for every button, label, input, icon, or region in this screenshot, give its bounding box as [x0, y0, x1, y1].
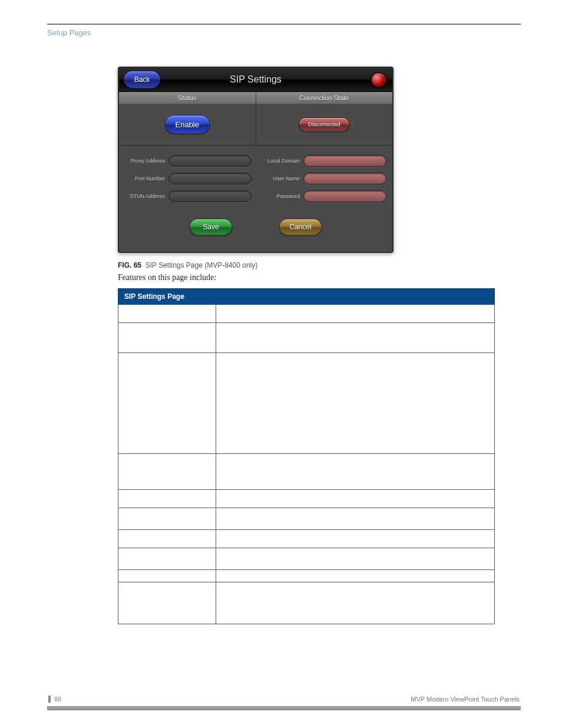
- password-label: Password: [260, 193, 300, 199]
- port-number-label: Port Number: [125, 176, 165, 182]
- table-cell: [118, 353, 216, 454]
- local-domain-label: Local Domain: [260, 158, 300, 164]
- table-cell: [216, 570, 495, 582]
- connection-state-header: Connection State: [256, 92, 393, 104]
- page-number: 88: [48, 696, 61, 703]
- panel-title: SIP Settings: [230, 74, 282, 85]
- local-domain-input[interactable]: [303, 155, 386, 167]
- table-cell: [216, 353, 495, 454]
- port-number-input[interactable]: [168, 173, 252, 185]
- status-header: Status: [119, 92, 256, 104]
- save-button[interactable]: Save: [190, 219, 232, 235]
- table-cell: [216, 490, 495, 508]
- figure-number: FIG. 65: [118, 261, 141, 269]
- table-cell: [118, 305, 216, 323]
- table-cell: [118, 548, 216, 570]
- proxy-address-label: Proxy Address: [125, 158, 165, 164]
- proxy-address-input[interactable]: [168, 155, 252, 167]
- table-cell: [216, 305, 495, 323]
- enable-button[interactable]: Enable: [165, 115, 210, 134]
- table-cell: [216, 508, 495, 530]
- table-cell: [118, 570, 216, 582]
- table-cell: [118, 530, 216, 548]
- features-table: SIP Settings Page: [118, 288, 495, 624]
- stun-address-input[interactable]: [168, 190, 252, 202]
- table-cell: [216, 548, 495, 570]
- connection-state-indicator: Disconnected: [299, 117, 349, 131]
- figure-caption-text: SIP Settings Page (MVP-8400 only): [146, 261, 258, 269]
- table-cell: [216, 582, 495, 624]
- user-name-label: User Name: [260, 176, 300, 182]
- sip-settings-panel: Back SIP Settings Status Connection Stat…: [118, 67, 394, 253]
- features-intro: Features on this page include:: [118, 273, 521, 282]
- document-title: MVP Modero ViewPoint Touch Panels: [411, 696, 520, 703]
- status-led-icon: [371, 73, 386, 88]
- user-name-input[interactable]: [303, 173, 386, 185]
- password-input[interactable]: [303, 190, 386, 202]
- back-button[interactable]: Back: [124, 71, 160, 88]
- table-cell: [118, 582, 216, 624]
- table-cell: [216, 323, 495, 353]
- table-cell: [118, 490, 216, 508]
- section-header: Setup Pages: [47, 28, 521, 37]
- titlebar: Back SIP Settings: [119, 68, 392, 92]
- cancel-button[interactable]: Cancel: [279, 219, 322, 235]
- table-cell: [216, 454, 495, 490]
- table-title: SIP Settings Page: [118, 289, 495, 305]
- footer-rule: [47, 706, 521, 710]
- table-cell: [216, 530, 495, 548]
- table-cell: [118, 454, 216, 490]
- figure-caption: FIG. 65 SIP Settings Page (MVP-8400 only…: [118, 261, 521, 269]
- stun-address-label: STUN Address: [125, 193, 165, 199]
- table-cell: [118, 323, 216, 353]
- table-cell: [118, 508, 216, 530]
